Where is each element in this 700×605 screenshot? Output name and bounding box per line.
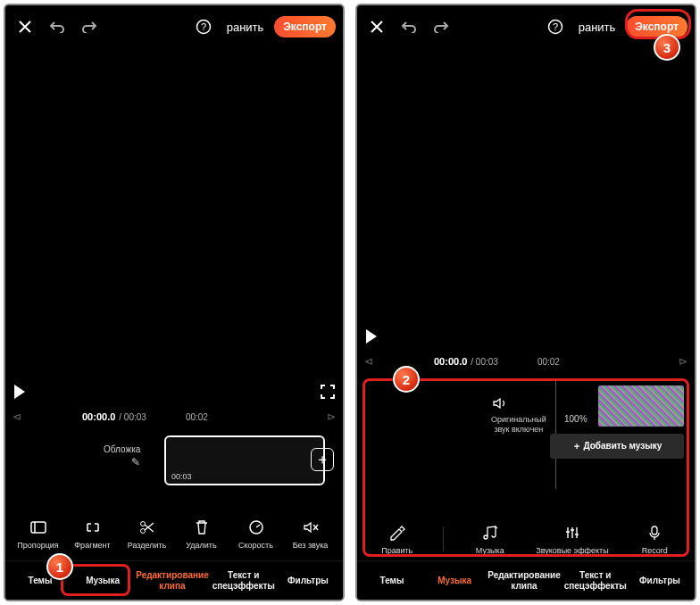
tab-textfx[interactable]: Текст и спецэффекты — [562, 570, 629, 591]
add-music-button[interactable]: ＋ Добавить музыку — [550, 434, 684, 459]
close-icon[interactable] — [12, 14, 38, 39]
tab-filters[interactable]: Фильтры — [277, 576, 339, 586]
speed-icon — [246, 518, 266, 537]
tab-edit[interactable]: Редактирование клипа — [486, 570, 562, 591]
edit-icon: ✎ — [131, 456, 140, 468]
svg-rect-8 — [652, 526, 657, 535]
clip-thumbnail[interactable] — [598, 385, 684, 427]
volume-percent: 100% — [564, 414, 588, 424]
aspect-icon — [29, 518, 48, 537]
callout-badge-1: 1 — [46, 553, 73, 580]
redo-icon[interactable] — [429, 14, 454, 39]
save-button[interactable]: ранить — [575, 21, 620, 34]
undo-icon[interactable] — [396, 14, 421, 39]
mute-icon — [301, 518, 321, 537]
export-button[interactable]: Экспорт — [274, 16, 336, 37]
equalizer-icon — [562, 523, 582, 543]
tool-soundfx[interactable]: Звуковые эффекты — [536, 523, 608, 555]
svg-text:?: ? — [553, 21, 558, 32]
close-icon[interactable] — [364, 14, 389, 39]
svg-point-4 — [140, 529, 145, 534]
tab-filters[interactable]: Фильтры — [629, 576, 691, 586]
tab-music[interactable]: Музыка — [71, 576, 134, 586]
fragment-icon — [83, 518, 103, 537]
tool-record[interactable]: Record — [628, 523, 681, 555]
music-panel: Оригинальный звук включен 100% ＋ Добавит… — [357, 373, 695, 560]
tab-themes[interactable]: Темы — [361, 576, 423, 586]
cover-chip[interactable]: Обложка ✎ — [104, 444, 140, 468]
prev-frame-icon[interactable]: ⊲ — [12, 410, 21, 423]
tool-split[interactable]: Разделить — [124, 518, 171, 550]
time-display: ⊲ 00:00.0 / 00:03 00:02 ⊳ — [5, 405, 343, 428]
export-button[interactable]: Экспорт — [626, 16, 688, 37]
clip-tools: Пропорция Фрагмент Разделить Удалить Ско… — [5, 509, 343, 560]
topbar: ? ранить Экспорт — [357, 5, 695, 48]
svg-rect-2 — [31, 522, 46, 533]
music-icon — [480, 523, 500, 543]
next-frame-icon[interactable]: ⊳ — [327, 410, 336, 423]
prev-frame-icon[interactable]: ⊲ — [364, 355, 373, 368]
svg-text:?: ? — [201, 21, 206, 32]
music-tools: Править Музыка Звуковые эффекты Record — [357, 523, 695, 555]
undo-icon[interactable] — [45, 14, 70, 39]
screen-right: ? ранить Экспорт ⊲ 00:00.0 / 00:03 00:02… — [355, 4, 696, 601]
tab-edit[interactable]: Редактирование клипа — [134, 570, 210, 591]
scissors-icon — [138, 518, 157, 537]
play-icon[interactable] — [364, 328, 379, 344]
fullscreen-icon[interactable] — [320, 384, 336, 400]
tool-delete[interactable]: Удалить — [179, 518, 225, 550]
bottom-tabs: Темы Музыка Редактирование клипа Текст и… — [357, 560, 695, 600]
svg-point-3 — [140, 522, 145, 526]
redo-icon[interactable] — [77, 14, 102, 39]
mic-icon — [645, 523, 664, 543]
help-icon[interactable]: ? — [191, 14, 216, 39]
help-icon[interactable]: ? — [543, 14, 568, 39]
add-clip-button[interactable]: ＋ — [311, 448, 334, 471]
video-preview — [357, 48, 695, 350]
timeline[interactable]: Обложка ✎ 00:03 ＋ — [5, 428, 343, 509]
tab-textfx[interactable]: Текст и спецэффекты — [211, 570, 277, 591]
tool-edit[interactable]: Править — [371, 523, 424, 555]
topbar: ? ранить Экспорт — [5, 5, 343, 48]
save-button[interactable]: ранить — [223, 21, 268, 34]
tool-speed[interactable]: Скорость — [233, 518, 279, 550]
callout-badge-2: 2 — [393, 366, 420, 393]
speaker-icon — [491, 394, 546, 412]
original-sound-toggle[interactable]: Оригинальный звук включен — [491, 394, 546, 435]
play-icon[interactable] — [12, 384, 27, 400]
tab-music[interactable]: Музыка — [423, 576, 486, 586]
callout-badge-3: 3 — [654, 34, 680, 61]
trash-icon — [192, 518, 212, 537]
tool-aspect[interactable]: Пропорция — [15, 518, 62, 550]
next-frame-icon[interactable]: ⊳ — [679, 355, 688, 368]
tool-mute[interactable]: Без звука — [288, 518, 334, 550]
tool-fragment[interactable]: Фрагмент — [70, 518, 116, 550]
video-preview — [5, 48, 343, 405]
tool-music[interactable]: Музыка — [463, 523, 517, 555]
edit-icon — [388, 523, 407, 543]
screen-left: ? ранить Экспорт ⊲ 00:00.0 / 00:03 00:02… — [4, 4, 345, 601]
clip[interactable]: 00:03 — [164, 435, 325, 485]
